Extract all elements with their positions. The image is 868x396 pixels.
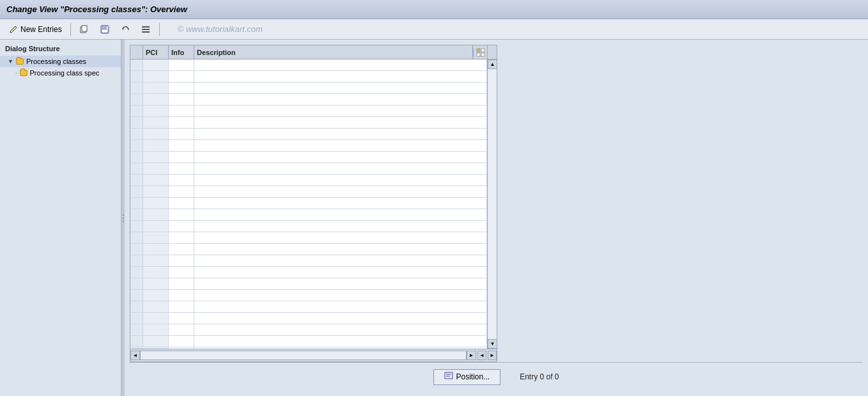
cell-pcl[interactable] xyxy=(143,198,169,209)
horizontal-scroll[interactable]: ◄ ► xyxy=(130,349,476,361)
cell-description[interactable] xyxy=(194,106,487,116)
cell-info[interactable] xyxy=(169,59,194,70)
cell-info[interactable] xyxy=(169,221,194,232)
table-row[interactable] xyxy=(130,59,487,71)
cell-pcl[interactable] xyxy=(143,255,169,266)
cell-description[interactable] xyxy=(194,301,487,312)
cell-description[interactable] xyxy=(194,186,487,197)
table-row[interactable] xyxy=(130,324,487,336)
table-row[interactable] xyxy=(130,244,487,255)
scroll-right-btn-2[interactable]: ► xyxy=(488,351,497,360)
save-button[interactable] xyxy=(97,22,113,36)
vertical-scrollbar[interactable]: ▲ ▼ xyxy=(487,59,497,349)
sidebar-item-processing-class-spec[interactable]: · Processing class spec xyxy=(0,67,121,79)
table-row[interactable] xyxy=(130,106,487,117)
cell-description[interactable] xyxy=(194,324,487,335)
sidebar-item-processing-classes[interactable]: ▼ Processing classes xyxy=(0,56,121,67)
cell-pcl[interactable] xyxy=(143,267,169,278)
cell-info[interactable] xyxy=(169,94,194,105)
cell-description[interactable] xyxy=(194,129,487,139)
cell-description[interactable] xyxy=(194,59,487,70)
cell-description[interactable] xyxy=(194,221,487,232)
undo-button[interactable] xyxy=(117,22,134,36)
cell-pcl[interactable] xyxy=(143,290,169,301)
column-settings-icon[interactable] xyxy=(473,48,487,57)
cell-info[interactable] xyxy=(169,129,194,139)
cell-description[interactable] xyxy=(194,175,487,186)
cell-info[interactable] xyxy=(169,209,194,220)
cell-description[interactable] xyxy=(194,117,487,128)
cell-description[interactable] xyxy=(194,198,487,209)
cell-pcl[interactable] xyxy=(143,163,169,174)
cell-info[interactable] xyxy=(169,278,194,289)
table-row[interactable] xyxy=(130,83,487,94)
scroll-up-btn[interactable]: ▲ xyxy=(488,59,497,69)
cell-description[interactable] xyxy=(194,83,487,93)
position-button[interactable]: Position... xyxy=(433,369,500,385)
table-row[interactable] xyxy=(130,186,487,198)
cell-description[interactable] xyxy=(194,140,487,151)
cell-info[interactable] xyxy=(169,117,194,128)
table-row[interactable] xyxy=(130,278,487,290)
cell-description[interactable] xyxy=(194,71,487,82)
cell-info[interactable] xyxy=(169,336,194,347)
cell-pcl[interactable] xyxy=(143,186,169,197)
cell-info[interactable] xyxy=(169,324,194,335)
table-row[interactable] xyxy=(130,198,487,209)
cell-pcl[interactable] xyxy=(143,94,169,105)
table-row[interactable] xyxy=(130,313,487,324)
table-row[interactable] xyxy=(130,94,487,106)
cell-pcl[interactable] xyxy=(143,301,169,312)
scroll-right-btn[interactable]: ► xyxy=(467,351,476,360)
cell-description[interactable] xyxy=(194,347,487,349)
cell-description[interactable] xyxy=(194,163,487,174)
cell-pcl[interactable] xyxy=(143,313,169,324)
cell-description[interactable] xyxy=(194,290,487,301)
scroll-down-btn[interactable]: ▼ xyxy=(488,339,497,349)
table-row[interactable] xyxy=(130,336,487,347)
cell-pcl[interactable] xyxy=(143,117,169,128)
table-row[interactable] xyxy=(130,290,487,301)
cell-description[interactable] xyxy=(194,232,487,243)
table-row[interactable] xyxy=(130,152,487,163)
cell-description[interactable] xyxy=(194,267,487,278)
cell-description[interactable] xyxy=(194,278,487,289)
scroll-left-btn[interactable]: ◄ xyxy=(130,351,140,360)
table-row[interactable] xyxy=(130,129,487,140)
cell-info[interactable] xyxy=(169,71,194,82)
cell-info[interactable] xyxy=(169,232,194,243)
cell-pcl[interactable] xyxy=(143,59,169,70)
cell-pcl[interactable] xyxy=(143,83,169,93)
cell-info[interactable] xyxy=(169,267,194,278)
cell-info[interactable] xyxy=(169,186,194,197)
cell-pcl[interactable] xyxy=(143,244,169,255)
cell-info[interactable] xyxy=(169,290,194,301)
cell-info[interactable] xyxy=(169,244,194,255)
table-row[interactable] xyxy=(130,267,487,278)
cell-info[interactable] xyxy=(169,347,194,349)
table-row[interactable] xyxy=(130,347,487,349)
cell-pcl[interactable] xyxy=(143,71,169,82)
cell-pcl[interactable] xyxy=(143,278,169,289)
cell-description[interactable] xyxy=(194,94,487,105)
cell-pcl[interactable] xyxy=(143,106,169,116)
cell-info[interactable] xyxy=(169,83,194,93)
cell-pcl[interactable] xyxy=(143,209,169,220)
cell-pcl[interactable] xyxy=(143,140,169,151)
cell-pcl[interactable] xyxy=(143,336,169,347)
copy-button[interactable] xyxy=(76,22,93,36)
cell-info[interactable] xyxy=(169,198,194,209)
cell-info[interactable] xyxy=(169,140,194,151)
cell-info[interactable] xyxy=(169,152,194,162)
cell-info[interactable] xyxy=(169,301,194,312)
cell-pcl[interactable] xyxy=(143,175,169,186)
table-row[interactable] xyxy=(130,175,487,186)
cell-info[interactable] xyxy=(169,163,194,174)
table-row[interactable] xyxy=(130,163,487,175)
overview-button[interactable] xyxy=(137,22,154,36)
cell-pcl[interactable] xyxy=(143,152,169,162)
cell-description[interactable] xyxy=(194,336,487,347)
cell-description[interactable] xyxy=(194,255,487,266)
cell-description[interactable] xyxy=(194,313,487,324)
cell-pcl[interactable] xyxy=(143,129,169,139)
